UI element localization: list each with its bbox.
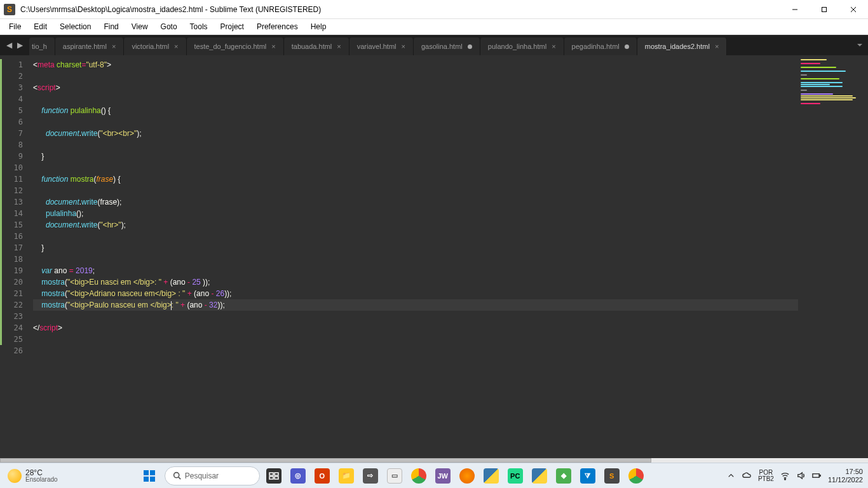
- line-number: 19: [0, 265, 33, 276]
- code-line[interactable]: [33, 334, 798, 345]
- tab-nav-next-icon[interactable]: ▶: [17, 41, 23, 50]
- tray-onedrive-icon[interactable]: [742, 471, 752, 480]
- tab-close-icon[interactable]: ×: [715, 43, 719, 50]
- tab-close-icon[interactable]: ×: [271, 43, 275, 50]
- code-line[interactable]: document.write("<br><br>");: [33, 128, 798, 139]
- code-line[interactable]: pulalinha();: [33, 208, 798, 219]
- horizontal-scrollbar[interactable]: [0, 458, 868, 463]
- taskbar-app-python1[interactable]: [481, 466, 501, 486]
- maximize-button[interactable]: [810, 0, 839, 19]
- menu-view[interactable]: View: [125, 20, 154, 33]
- menu-file[interactable]: File: [3, 20, 27, 33]
- tray-chevron-icon[interactable]: [726, 471, 736, 480]
- code-line[interactable]: [33, 345, 798, 356]
- task-view-button[interactable]: [264, 466, 284, 486]
- start-button[interactable]: [138, 466, 161, 486]
- code-editor[interactable]: 1234567891011121314151617181920212223242…: [0, 55, 868, 458]
- menu-project[interactable]: Project: [214, 20, 250, 33]
- tab-teste_do_fugencio-html[interactable]: teste_do_fugencio.html×: [187, 37, 284, 55]
- taskbar-app-office[interactable]: O: [312, 466, 332, 486]
- tray-volume-icon[interactable]: [796, 471, 806, 480]
- tab-close-icon[interactable]: ×: [337, 43, 341, 50]
- code-line[interactable]: [33, 231, 798, 242]
- code-line[interactable]: [33, 139, 798, 151]
- tab-close-icon[interactable]: ×: [112, 43, 116, 50]
- svg-rect-7: [150, 477, 155, 482]
- taskbar-app-chrome[interactable]: [409, 466, 429, 486]
- code-line[interactable]: [33, 185, 798, 196]
- taskbar-app-usb[interactable]: ⇨: [360, 466, 381, 486]
- tab-label: victoria.html: [132, 43, 169, 50]
- close-button[interactable]: [839, 0, 868, 19]
- taskbar-app-firefox[interactable]: [457, 466, 477, 486]
- menu-goto[interactable]: Goto: [154, 20, 184, 33]
- menu-tools[interactable]: Tools: [184, 20, 214, 33]
- clock-date: 11/12/2022: [828, 476, 863, 484]
- taskbar-clock[interactable]: 17:50 11/12/2022: [828, 468, 863, 483]
- menu-find[interactable]: Find: [97, 20, 125, 33]
- tab-truncated[interactable]: tio_h: [29, 37, 55, 55]
- code-line[interactable]: [33, 116, 798, 128]
- tab-variavel-html[interactable]: variavel.html×: [349, 37, 414, 55]
- code-line[interactable]: [33, 93, 798, 105]
- clock-time: 17:50: [845, 468, 863, 475]
- tab-close-icon[interactable]: ×: [552, 43, 555, 50]
- code-line[interactable]: <meta charset="utf-8">: [33, 59, 798, 71]
- line-number: 14: [0, 208, 33, 219]
- taskbar-app-sublime[interactable]: S: [602, 466, 622, 486]
- minimize-button[interactable]: [780, 0, 810, 19]
- taskbar-app-doc[interactable]: ▭: [384, 466, 405, 486]
- minimap[interactable]: [798, 55, 868, 458]
- menu-edit[interactable]: Edit: [27, 20, 53, 33]
- menu-selection[interactable]: Selection: [53, 20, 97, 33]
- taskbar-app-cube[interactable]: ◆: [553, 466, 574, 486]
- taskbar-app-jw[interactable]: JW: [433, 466, 453, 486]
- code-line[interactable]: <script>: [33, 82, 798, 93]
- menu-preferences[interactable]: Preferences: [250, 20, 304, 33]
- scrollbar-thumb[interactable]: [0, 458, 651, 463]
- tab-tabuada-html[interactable]: tabuada.html×: [284, 37, 349, 55]
- code-line[interactable]: mostra("<big>Paulo nasceu em </big>: " +…: [33, 299, 798, 311]
- taskbar-app-chat[interactable]: ◎: [288, 466, 308, 486]
- code-line[interactable]: }: [33, 242, 798, 254]
- tab-aspirante-html[interactable]: aspirante.html×: [55, 37, 125, 55]
- code-line[interactable]: function mostra(frase) {: [33, 173, 798, 185]
- weather-widget[interactable]: 28°C Ensolarado: [3, 469, 58, 483]
- code-line[interactable]: [33, 254, 798, 265]
- tray-wifi-icon[interactable]: [780, 471, 790, 480]
- tab-close-icon[interactable]: ×: [174, 43, 178, 50]
- menu-help[interactable]: Help: [304, 20, 333, 33]
- taskbar-search[interactable]: Pesquisar: [165, 466, 260, 485]
- tab-victoria-html[interactable]: victoria.html×: [124, 37, 186, 55]
- scrollbar-track: [651, 458, 869, 463]
- taskbar-app-explorer[interactable]: 📁: [336, 466, 356, 486]
- code-line[interactable]: mostra("<big>Eu nasci em </big>: " + (an…: [33, 276, 798, 288]
- tab-gasolina-html[interactable]: gasolina.html: [414, 37, 480, 55]
- tab-overflow-button[interactable]: [851, 35, 868, 55]
- code-line[interactable]: [33, 311, 798, 322]
- code-line[interactable]: </script>: [33, 322, 798, 334]
- language-indicator[interactable]: POR PTB2: [758, 470, 774, 482]
- tab-mostra_idades2-html[interactable]: mostra_idades2.html×: [637, 37, 728, 55]
- tray-battery-icon[interactable]: [812, 471, 822, 480]
- line-number: 2: [0, 71, 33, 82]
- tab-nav-prev-icon[interactable]: ◀: [6, 41, 12, 50]
- code-line[interactable]: }: [33, 151, 798, 162]
- code-area[interactable]: <meta charset="utf-8"><script> function …: [33, 55, 798, 458]
- code-line[interactable]: [33, 162, 798, 173]
- tab-pegadinha-html[interactable]: pegadinha.html: [564, 37, 637, 55]
- tab-pulando_linha-html[interactable]: pulando_linha.html×: [480, 37, 564, 55]
- app-logo-icon: S: [4, 4, 15, 15]
- code-line[interactable]: document.write("<hr>");: [33, 219, 798, 231]
- taskbar-app-pycharm[interactable]: PC: [505, 466, 526, 486]
- taskbar-app-chrome2[interactable]: [626, 466, 646, 486]
- line-number: 26: [0, 345, 33, 356]
- code-line[interactable]: var ano = 2019;: [33, 265, 798, 276]
- code-line[interactable]: [33, 71, 798, 82]
- taskbar-app-vscode[interactable]: ⧩: [578, 466, 598, 486]
- taskbar-app-python2[interactable]: [529, 466, 550, 486]
- code-line[interactable]: document.write(frase);: [33, 196, 798, 208]
- code-line[interactable]: mostra("<big>Adriano nasceu em</big> : "…: [33, 288, 798, 299]
- tab-close-icon[interactable]: ×: [402, 43, 405, 50]
- code-line[interactable]: function pulalinha() {: [33, 105, 798, 116]
